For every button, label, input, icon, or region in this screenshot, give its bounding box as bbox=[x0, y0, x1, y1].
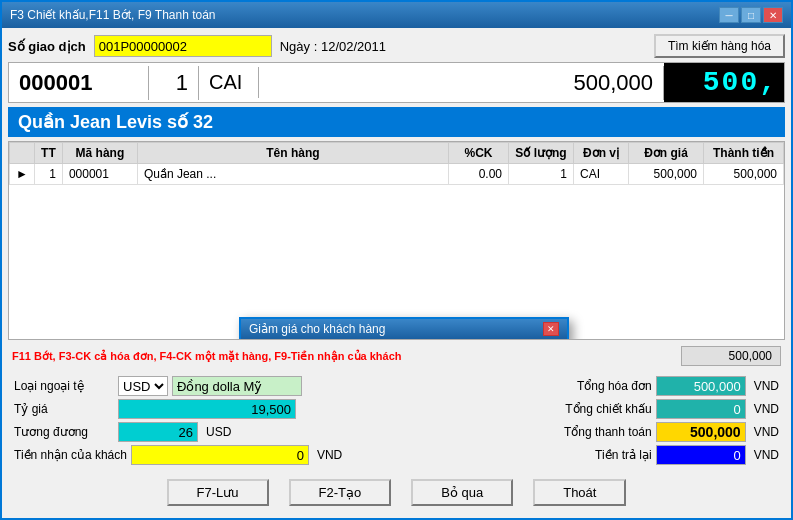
tong-hoa-don-label: Tổng hóa đơn bbox=[532, 379, 652, 393]
footer-buttons: F7-Lưu F2-Tạo Bỏ qua Thoát bbox=[8, 473, 785, 512]
tong-chiet-khau-unit: VND bbox=[754, 402, 779, 416]
loai-ngoai-te-label: Loại ngoại tệ bbox=[14, 379, 114, 393]
tuong-duong-label: Tương đương bbox=[14, 425, 114, 439]
tao-button[interactable]: F2-Tạo bbox=[289, 479, 392, 506]
luu-button[interactable]: F7-Lưu bbox=[167, 479, 269, 506]
modal-title: Giảm giá cho khách hàng bbox=[249, 322, 385, 336]
ty-gia-label: Tỷ giá bbox=[14, 402, 114, 416]
so-giao-dich-label: Số giao dịch bbox=[8, 39, 86, 54]
modal-titlebar: Giảm giá cho khách hàng ✕ bbox=[241, 319, 567, 339]
main-window: F3 Chiết khấu,F11 Bớt, F9 Thanh toán ─ □… bbox=[0, 0, 793, 520]
tim-kiem-button[interactable]: Tìm kiếm hàng hóa bbox=[654, 34, 785, 58]
tien-nhan-label: Tiền nhận của khách bbox=[14, 448, 127, 462]
shortcut-text: F11 Bớt, F3-CK cả hóa đơn, F4-CK một mặt… bbox=[12, 350, 402, 363]
close-button[interactable]: ✕ bbox=[763, 7, 783, 23]
unit-big: CAI bbox=[199, 67, 259, 98]
qty-big: 1 bbox=[149, 66, 199, 100]
price-big: 500,000 bbox=[259, 66, 664, 100]
content-area: Số giao dịch Ngày : 12/02/2011 Tìm kiếm … bbox=[2, 28, 791, 518]
tong-thanh-toan-input[interactable] bbox=[656, 422, 746, 442]
table-area: TT Mã hàng Tên hàng %CK Số lượng Đơn vị … bbox=[8, 141, 785, 340]
shortcut-bar: F11 Bớt, F3-CK cả hóa đơn, F4-CK một mặt… bbox=[8, 344, 785, 368]
tong-hoa-don-unit: VND bbox=[754, 379, 779, 393]
thoat-button[interactable]: Thoát bbox=[533, 479, 626, 506]
titlebar: F3 Chiết khấu,F11 Bớt, F9 Thanh toán ─ □… bbox=[2, 2, 791, 28]
tien-tra-lai-label: Tiền trả lại bbox=[532, 448, 652, 462]
product-name-bar: Quần Jean Levis số 32 bbox=[8, 107, 785, 137]
tuong-duong-row: Tương đương USD bbox=[14, 422, 387, 442]
total-display: 500,000 bbox=[681, 346, 781, 366]
modal-close-button[interactable]: ✕ bbox=[543, 322, 559, 336]
minimize-button[interactable]: ─ bbox=[719, 7, 739, 23]
tien-tra-lai-unit: VND bbox=[754, 448, 779, 462]
tien-tra-lai-input[interactable] bbox=[656, 445, 746, 465]
window-title: F3 Chiết khấu,F11 Bớt, F9 Thanh toán bbox=[10, 8, 216, 22]
bottom-right: Tổng hóa đơn VND Tổng chiết khấu VND Tổn… bbox=[407, 376, 780, 465]
ngay-label: Ngày : 12/02/2011 bbox=[280, 39, 386, 54]
product-entry-row: 000001 1 CAI 500,000 500, bbox=[8, 62, 785, 103]
tuong-duong-input[interactable] bbox=[118, 422, 198, 442]
tong-thanh-toan-label: Tổng thanh toán bbox=[532, 425, 652, 439]
tien-nhan-input[interactable] bbox=[131, 445, 309, 465]
tien-nhan-unit: VND bbox=[317, 448, 342, 462]
bottom-left: Loại ngoại tệ USD EUR VND Tỷ giá Tương đ… bbox=[14, 376, 387, 465]
modal-body: Giảm theo % Giảm theo giá trị bbox=[241, 339, 567, 340]
ty-gia-row: Tỷ giá bbox=[14, 399, 387, 419]
tong-thanh-toan-unit: VND bbox=[754, 425, 779, 439]
tong-thanh-toan-row: Tổng thanh toán VND bbox=[407, 422, 780, 442]
led-display: 500, bbox=[664, 63, 784, 102]
tong-chiet-khau-input[interactable] bbox=[656, 399, 746, 419]
header-row: Số giao dịch Ngày : 12/02/2011 Tìm kiếm … bbox=[8, 34, 785, 58]
ty-gia-input[interactable] bbox=[118, 399, 296, 419]
tong-chiet-khau-label: Tổng chiết khấu bbox=[532, 402, 652, 416]
modal-overlay: Giảm giá cho khách hàng ✕ Giảm theo % bbox=[9, 142, 784, 339]
tien-nhan-row: Tiền nhận của khách VND bbox=[14, 445, 387, 465]
tong-chiet-khau-row: Tổng chiết khấu VND bbox=[407, 399, 780, 419]
bo-qua-button[interactable]: Bỏ qua bbox=[411, 479, 513, 506]
tuong-duong-unit: USD bbox=[206, 425, 231, 439]
led-display-text: 500, bbox=[703, 67, 778, 98]
tong-hoa-don-row: Tổng hóa đơn VND bbox=[407, 376, 780, 396]
tien-tra-lai-row: Tiền trả lại VND bbox=[407, 445, 780, 465]
so-giao-dich-input[interactable] bbox=[94, 35, 272, 57]
bottom-section: Loại ngoại tệ USD EUR VND Tỷ giá Tương đ… bbox=[8, 372, 785, 469]
maximize-button[interactable]: □ bbox=[741, 7, 761, 23]
product-code-big: 000001 bbox=[9, 66, 149, 100]
currency-row: Loại ngoại tệ USD EUR VND bbox=[14, 376, 387, 396]
currency-name-input[interactable] bbox=[172, 376, 302, 396]
window-controls: ─ □ ✕ bbox=[719, 7, 783, 23]
tong-hoa-don-input[interactable] bbox=[656, 376, 746, 396]
currency-select[interactable]: USD EUR VND bbox=[118, 376, 168, 396]
discount-dialog: Giảm giá cho khách hàng ✕ Giảm theo % bbox=[239, 317, 569, 340]
